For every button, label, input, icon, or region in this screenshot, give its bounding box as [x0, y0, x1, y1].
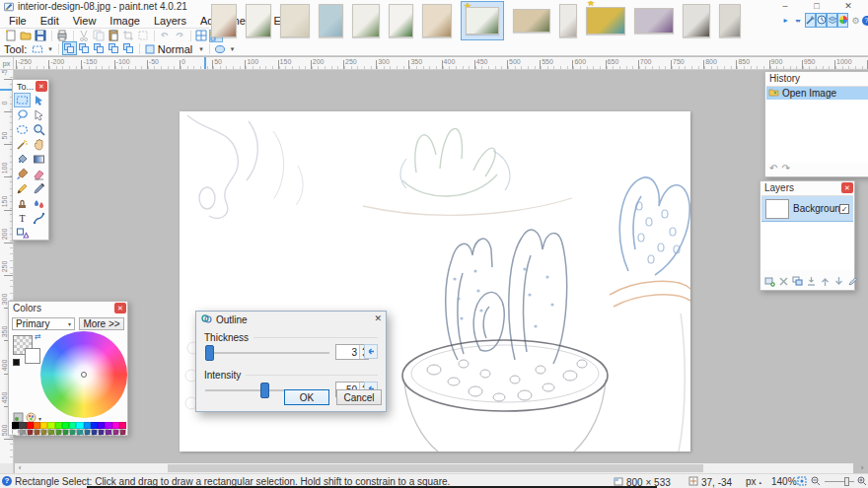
selection-mode-union[interactable]	[77, 41, 92, 55]
palette-swatch[interactable]	[19, 422, 26, 429]
tool-text[interactable]: T	[14, 211, 31, 226]
menu-edit[interactable]: Edit	[34, 14, 66, 28]
merge-down-button[interactable]	[805, 275, 817, 287]
palette-swatch[interactable]	[47, 429, 54, 436]
antialias-icon[interactable]	[213, 42, 227, 55]
palette-swatch[interactable]	[12, 429, 19, 436]
tool-recolor[interactable]	[31, 196, 47, 211]
new-file-button[interactable]	[4, 30, 18, 42]
menu-file[interactable]: File	[2, 14, 34, 28]
collapse-chevrons-icon[interactable]: ▾▾	[792, 13, 803, 28]
palette-swatch[interactable]	[119, 422, 126, 429]
tool-shapes[interactable]	[14, 226, 31, 241]
swap-colors-icon[interactable]: ⇄	[35, 332, 41, 341]
palette-swatch[interactable]	[55, 429, 62, 436]
close-button[interactable]: ✕	[834, 0, 862, 13]
primary-secondary-swatches[interactable]: ⇄	[13, 335, 44, 373]
tool-move-selection[interactable]	[31, 107, 47, 122]
image-thumbnail-2[interactable]	[246, 4, 271, 37]
palette-swatch[interactable]	[112, 429, 119, 436]
image-thumbnail-8[interactable]	[466, 7, 499, 35]
help-button[interactable]: ?	[861, 13, 868, 28]
tool-pan[interactable]	[31, 137, 47, 152]
tool-ellipse-select[interactable]	[14, 122, 31, 137]
image-thumbnail-14[interactable]	[719, 4, 741, 37]
paste-button[interactable]	[107, 30, 120, 42]
slider-thumb[interactable]	[205, 345, 214, 361]
colors-panel-toggle[interactable]	[837, 13, 848, 28]
selection-mode-replace[interactable]	[62, 41, 77, 55]
palette-swatch[interactable]	[105, 429, 111, 436]
palette-swatch[interactable]	[98, 429, 105, 436]
tool-rectangle-select[interactable]	[14, 93, 31, 107]
palette-swatch[interactable]	[34, 422, 40, 429]
slider-thumb[interactable]	[260, 383, 269, 398]
image-thumbnail-10[interactable]	[559, 4, 577, 37]
palette-swatch[interactable]	[62, 422, 69, 429]
image-thumbnail-11[interactable]: ★	[586, 7, 625, 35]
scroll-right-icon[interactable]: ›	[856, 463, 868, 473]
palette-swatch[interactable]	[55, 422, 62, 429]
layer-row[interactable]: Background✓	[761, 196, 853, 222]
print-button[interactable]	[55, 30, 69, 42]
palette-swatch[interactable]	[84, 422, 91, 429]
palette-swatch[interactable]	[76, 429, 83, 436]
image-thumbnail-9[interactable]	[513, 9, 550, 33]
tool-gradient[interactable]	[31, 152, 47, 167]
palette-swatch[interactable]	[27, 422, 34, 429]
menu-image[interactable]: Image	[103, 14, 147, 28]
flood-mode-label[interactable]: Normal	[158, 43, 192, 55]
image-thumbnail-3[interactable]	[280, 4, 310, 37]
zoom-in-icon[interactable]	[857, 476, 867, 488]
selection-mode-invert[interactable]	[121, 41, 136, 55]
history-undo-redo[interactable]: ↶↷	[769, 163, 794, 175]
open-folder-button[interactable]	[19, 30, 33, 42]
selection-mode-intersect[interactable]	[107, 41, 121, 55]
duplicate-layer-button[interactable]	[791, 275, 803, 287]
palette-swatch[interactable]	[119, 429, 126, 436]
tool-lasso-select[interactable]	[14, 107, 31, 122]
add-layer-button[interactable]	[763, 275, 775, 287]
delete-layer-button[interactable]	[777, 275, 789, 287]
settings-button[interactable]: ⚙	[850, 13, 861, 28]
palette-swatch[interactable]	[91, 429, 98, 436]
current-tool-icon[interactable]	[31, 42, 44, 55]
palette-swatch[interactable]	[105, 422, 111, 429]
save-button[interactable]	[34, 30, 47, 42]
tools-panel-toggle[interactable]	[805, 13, 816, 28]
scroll-left-icon[interactable]: ‹	[15, 463, 25, 473]
zoom-out-icon[interactable]	[811, 476, 821, 488]
tool-color-picker[interactable]	[31, 181, 47, 196]
grid-button[interactable]	[194, 30, 208, 42]
outline-dialog-titlebar[interactable]: Outline ✕	[196, 312, 386, 327]
palette-swatch[interactable]	[19, 429, 26, 436]
unit-selector[interactable]: px▴	[746, 476, 761, 487]
tool-clone-stamp[interactable]	[14, 196, 31, 211]
palette-swatch[interactable]	[47, 422, 54, 429]
palette-dropdown-arrow[interactable]: ▾	[38, 415, 41, 422]
menu-layers[interactable]: Layers	[147, 14, 193, 28]
image-thumbnail-13[interactable]	[683, 4, 710, 37]
zoom-level[interactable]: 140%	[771, 476, 797, 487]
layer-visible-checkbox[interactable]: ✓	[839, 204, 849, 214]
palette-swatch[interactable]	[34, 429, 40, 436]
palette-swatch[interactable]	[98, 422, 105, 429]
tools-panel-close-icon[interactable]: ✕	[36, 81, 47, 92]
cancel-button[interactable]: Cancel	[336, 389, 382, 405]
tool-paintbrush[interactable]	[14, 167, 31, 181]
layers-panel-close-icon[interactable]: ✕	[841, 182, 853, 193]
layer-properties-button[interactable]	[846, 275, 858, 287]
reset-button[interactable]	[364, 344, 378, 359]
palette-swatch[interactable]	[40, 429, 47, 436]
selection-mode-subtract[interactable]	[92, 41, 107, 55]
dialog-close-icon[interactable]: ✕	[374, 314, 382, 323]
image-thumbnail-12[interactable]	[634, 8, 674, 34]
tool-line-curve[interactable]	[31, 211, 47, 226]
secondary-color-swatch[interactable]	[25, 348, 40, 364]
expand-images-icon[interactable]: ▸	[780, 13, 791, 28]
sampling-mode-icon[interactable]	[143, 42, 157, 55]
color-wheel[interactable]	[40, 331, 127, 418]
palette-swatch[interactable]	[69, 422, 76, 429]
tool-eraser[interactable]	[31, 167, 47, 181]
image-thumbnail-1[interactable]	[211, 4, 237, 37]
